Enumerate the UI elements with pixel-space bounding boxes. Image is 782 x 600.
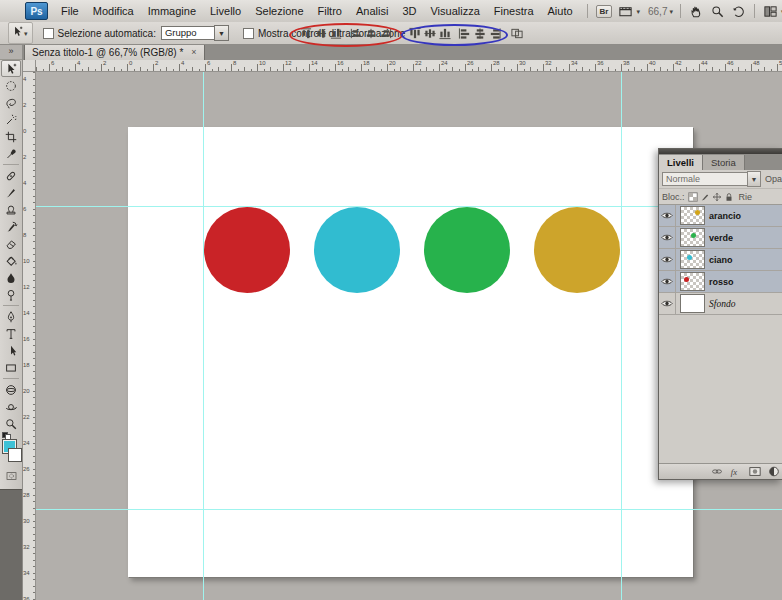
auto-select-checkbox[interactable] [43,28,54,39]
layer-row-ciano[interactable]: ciano [659,249,782,271]
guide-horizontal[interactable] [35,509,782,510]
lasso-tool[interactable] [1,94,21,111]
photoshop-logo[interactable]: Ps [25,2,48,20]
clone-stamp-tool[interactable] [1,201,21,218]
dodge-tool[interactable] [1,286,21,303]
menu-finestra[interactable]: Finestra [487,5,541,17]
type-tool[interactable] [1,325,21,342]
lock-transparent-icon[interactable] [687,191,699,203]
layer-thumbnail[interactable] [680,206,705,225]
zoom-level[interactable]: 66,7 [648,6,667,17]
menu-selezione[interactable]: Selezione [248,5,310,17]
menu-aiuto[interactable]: Aiuto [541,5,580,17]
default-colors-icon[interactable] [2,432,10,439]
distribute-right-edges-icon[interactable] [487,25,502,41]
layer-thumbnail[interactable] [680,272,705,291]
layer-row-rosso[interactable]: rosso [659,271,782,293]
3d-orbit-tool[interactable] [1,398,21,415]
menu-analisi[interactable]: Analisi [349,5,395,17]
adjustment-layer-icon[interactable] [768,466,780,478]
layer-visibility-eye-icon[interactable] [659,271,676,292]
eraser-tool[interactable] [1,235,21,252]
horizontal-ruler[interactable]: 6420246810121416182022242628303234363840… [35,60,782,72]
tab-storia[interactable]: Storia [703,155,745,170]
quick-mask-button[interactable] [1,469,21,483]
show-transform-checkbox[interactable] [243,28,254,39]
align-vertical-centers-icon[interactable] [313,25,328,41]
layer-visibility-eye-icon[interactable] [659,293,676,314]
toolbar-separator [3,164,19,165]
path-selection-tool[interactable] [1,342,21,359]
menu-immagine[interactable]: Immagine [141,5,203,17]
elliptical-marquee-tool[interactable] [1,77,21,94]
pen-tool[interactable] [1,308,21,325]
layer-visibility-eye-icon[interactable] [659,249,676,270]
layer-row-arancio[interactable]: arancio [659,205,782,227]
eyedropper-tool[interactable] [1,145,21,162]
app-bar-controls: Br▾66,7▾▾▾ [582,3,782,19]
menu-filtro[interactable]: Filtro [311,5,349,17]
distribute-horizontal-centers-icon[interactable] [472,25,487,41]
panel-tabs: LivelliStoria [659,154,782,170]
layer-visibility-eye-icon[interactable] [659,227,676,248]
lock-move-icon[interactable] [711,191,723,203]
paint-bucket-tool[interactable] [1,252,21,269]
align-top-edges-icon[interactable] [298,25,313,41]
layer-visibility-eye-icon[interactable] [659,205,676,226]
lock-all-icon[interactable] [723,191,735,203]
distribute-top-edges-icon[interactable] [407,25,422,41]
3d-rotate-tool[interactable] [1,381,21,398]
link-layers-icon[interactable] [711,466,723,478]
launch-bridge-icon[interactable] [617,3,634,19]
align-left-edges-icon[interactable] [348,25,363,41]
distribute-vertical-centers-icon[interactable] [422,25,437,41]
layer-row-verde[interactable]: verde [659,227,782,249]
close-icon[interactable]: × [191,48,196,57]
layer-style-icon[interactable]: fx [730,466,742,478]
zoom-tool[interactable] [1,415,21,432]
align-horizontal-centers-icon[interactable] [363,25,378,41]
arrange-documents-icon[interactable] [762,3,779,19]
guide-vertical[interactable] [203,60,204,600]
history-brush-tool[interactable] [1,218,21,235]
menu-livello[interactable]: Livello [203,5,248,17]
layer-name: Sfondo [709,299,735,309]
rotate-view-icon[interactable] [730,3,747,19]
layer-row-sfondo[interactable]: Sfondo [659,293,782,315]
vertical-ruler[interactable]: 42024681012141618202224262830323436 [22,71,36,600]
document-tab[interactable]: Senza titolo-1 @ 66,7% (RGB/8) * × [24,44,205,60]
menu-modifica[interactable]: Modifica [86,5,141,17]
align-bottom-edges-icon[interactable] [328,25,343,41]
quick-selection-tool[interactable] [1,111,21,128]
blur-tool[interactable] [1,269,21,286]
layer-mask-icon[interactable] [749,466,761,478]
blend-mode-dropdown[interactable]: Normale ▼ [662,171,761,187]
layer-thumbnail[interactable] [680,250,705,269]
auto-align-layers-icon[interactable] [509,25,524,41]
hand-tool-icon[interactable] [688,3,705,19]
distribute-bottom-edges-icon[interactable] [437,25,452,41]
toolbar-collapse-button[interactable]: » [0,44,22,60]
brush-tool[interactable] [1,184,21,201]
ruler-corner[interactable] [22,60,36,72]
bridge-button[interactable]: Br [596,5,613,18]
background-color-swatch[interactable] [8,448,22,462]
guide-vertical[interactable] [621,60,622,600]
layer-name: rosso [709,277,734,287]
distribute-left-edges-icon[interactable] [457,25,472,41]
align-right-edges-icon[interactable] [378,25,393,41]
layer-thumbnail[interactable] [680,294,705,313]
lock-paint-icon[interactable] [699,191,711,203]
crop-tool[interactable] [1,128,21,145]
menu-3d[interactable]: 3D [395,5,423,17]
zoom-tool-icon[interactable] [709,3,726,19]
spot-healing-brush-tool[interactable] [1,167,21,184]
auto-select-dropdown[interactable]: Gruppo ▼ [161,25,229,41]
layer-thumbnail[interactable] [680,228,705,247]
tool-preset-picker[interactable]: ▾ [8,22,33,44]
menu-file[interactable]: File [54,5,86,17]
menu-visualizza[interactable]: Visualizza [423,5,486,17]
shape-tool[interactable] [1,359,21,376]
tab-livelli[interactable]: Livelli [659,155,703,170]
move-tool[interactable] [1,60,21,77]
